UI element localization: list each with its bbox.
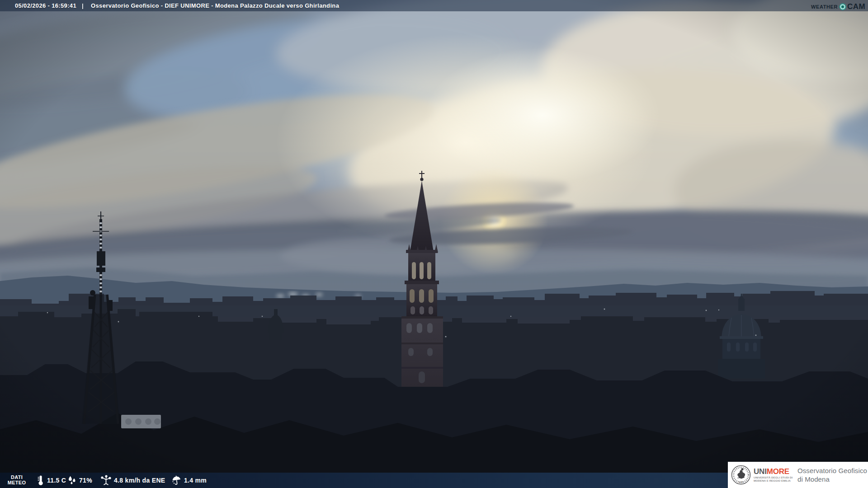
temperature-metric: 11.5 C bbox=[36, 473, 66, 488]
unimore-acronym-uni: UNI bbox=[754, 467, 767, 476]
timestamp: 05/02/2026 - 16:59:41 bbox=[15, 2, 76, 9]
humidity-metric: 71% bbox=[67, 473, 92, 488]
wind-value: 4.8 km/h da ENE bbox=[114, 477, 165, 484]
unimore-logo-box: 1175 UNIMORE UNIVERSITÀ DEGLI STUDI DI M… bbox=[728, 462, 868, 488]
webcam-frame: 05/02/2026 - 16:59:41 | Osservatorio Geo… bbox=[0, 0, 868, 488]
crest-year: 1175 bbox=[739, 481, 743, 483]
weathercam-dot-icon bbox=[839, 3, 846, 10]
observatory-name: Osservatorio Geofisico di Modena bbox=[797, 466, 867, 483]
unimore-acronym-more: MORE bbox=[767, 467, 789, 476]
dati-meteo-line1: DATI bbox=[6, 474, 27, 480]
humidity-value: 71% bbox=[79, 477, 92, 484]
webcam-photo bbox=[0, 0, 868, 488]
weathercam-text-cam: CAM bbox=[847, 2, 865, 11]
unimore-wordmark: UNIMORE UNIVERSITÀ DEGLI STUDI DI MODENA… bbox=[754, 468, 793, 483]
rain-value: 1.4 mm bbox=[184, 477, 207, 484]
university-caption-line2: MODENA E REGGIO EMILIA bbox=[754, 479, 793, 483]
rain-icon bbox=[171, 475, 182, 486]
overlay-top-bar: 05/02/2026 - 16:59:41 | Osservatorio Geo… bbox=[0, 0, 868, 11]
unimore-crest-logo: 1175 bbox=[731, 463, 751, 487]
temperature-value: 11.5 C bbox=[47, 477, 66, 484]
observatory-name-line1: Osservatorio Geofisico bbox=[797, 466, 867, 475]
weathercam-watermark: WEATHER CAM bbox=[811, 1, 865, 12]
university-caption: UNIVERSITÀ DEGLI STUDI DI MODENA E REGGI… bbox=[754, 476, 793, 483]
unimore-acronym: UNIMORE bbox=[754, 468, 793, 475]
separator: | bbox=[82, 2, 84, 9]
wind-metric: 4.8 km/h da ENE bbox=[100, 473, 165, 488]
vignette bbox=[0, 0, 868, 488]
rain-metric: 1.4 mm bbox=[171, 473, 207, 488]
dati-meteo-label: DATI METEO bbox=[6, 474, 27, 485]
weathercam-text-weather: WEATHER bbox=[811, 4, 838, 9]
thermometer-icon bbox=[36, 475, 45, 486]
humidity-icon bbox=[67, 475, 77, 486]
observatory-name-line2: di Modena bbox=[797, 475, 867, 483]
dati-meteo-line2: METEO bbox=[6, 480, 27, 485]
wind-icon bbox=[100, 475, 112, 486]
university-caption-line1: UNIVERSITÀ DEGLI STUDI DI bbox=[754, 476, 793, 479]
camera-title: Osservatorio Geofisico - DIEF UNIMORE - … bbox=[91, 2, 339, 9]
